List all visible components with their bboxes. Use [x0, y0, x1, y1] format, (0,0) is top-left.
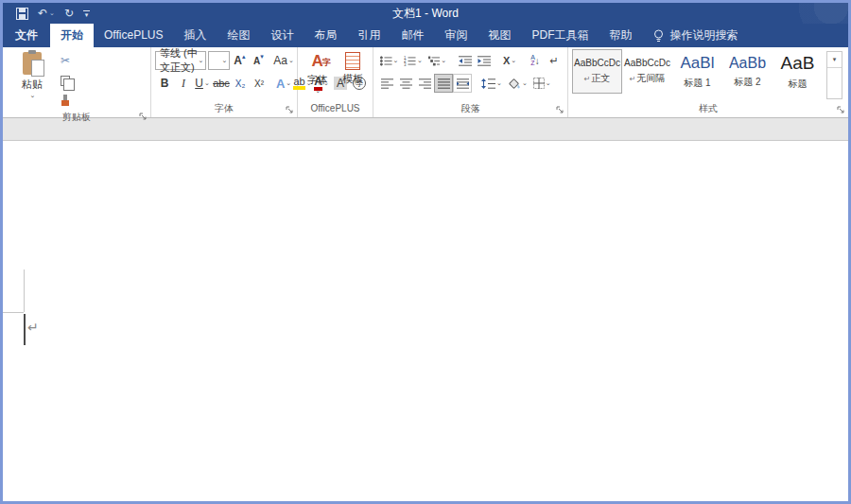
align-center-button[interactable]: [396, 74, 415, 93]
distribute-icon: [457, 78, 469, 89]
dialog-launcher-icon: [837, 106, 845, 114]
tab-review[interactable]: 审阅: [434, 24, 478, 47]
align-right-button[interactable]: [415, 74, 434, 93]
save-button[interactable]: [16, 8, 28, 20]
shading-bucket-icon: [508, 78, 521, 89]
paragraph-dialog-launcher[interactable]: [556, 106, 564, 114]
font-dialog-launcher[interactable]: [286, 106, 294, 114]
line-spacing-icon: [481, 78, 495, 89]
show-hide-marks-button[interactable]: ↵: [545, 51, 564, 70]
clipboard-dialog-launcher[interactable]: [139, 113, 148, 121]
change-case-icon: Aa: [273, 54, 287, 67]
tab-design[interactable]: 设计: [260, 24, 304, 47]
asian-layout-button[interactable]: X ⌄: [500, 51, 519, 70]
tab-pdf-tools[interactable]: PDF工具箱: [521, 24, 599, 47]
document-canvas[interactable]: ↵: [3, 141, 848, 501]
tab-file[interactable]: 文件: [3, 24, 50, 47]
bold-icon: B: [161, 77, 169, 90]
style-no-spacing[interactable]: AaBbCcDc ↵无间隔: [622, 49, 672, 94]
format-painter-button[interactable]: [56, 91, 75, 110]
tab-home[interactable]: 开始: [50, 24, 94, 47]
redo-button[interactable]: ↻: [64, 7, 74, 20]
borders-button[interactable]: ⌄: [530, 74, 554, 93]
distribute-button[interactable]: [453, 74, 472, 93]
style-name: 标题: [789, 78, 808, 91]
tab-view[interactable]: 视图: [478, 24, 521, 47]
shrink-font-button[interactable]: A▾: [249, 51, 268, 70]
align-center-icon: [400, 78, 412, 89]
gallery-down-icon[interactable]: ▾: [827, 52, 842, 67]
style-heading2[interactable]: AaBb 标题 2: [722, 49, 773, 94]
sort-arrow-icon: ↓: [535, 56, 540, 66]
text-cursor: [24, 314, 26, 345]
justify-button[interactable]: [434, 74, 453, 93]
officeplus-template-button[interactable]: 模板: [338, 52, 370, 101]
style-title[interactable]: AaB 标题: [773, 49, 823, 94]
increase-indent-button[interactable]: [475, 51, 494, 70]
customize-qat-button[interactable]: ▾: [83, 10, 90, 17]
superscript-button[interactable]: X²: [250, 74, 269, 93]
sort-button[interactable]: AZ ↓: [526, 51, 545, 70]
officeplus-font-button[interactable]: A字 字体 ⌄: [302, 52, 334, 101]
tab-draw[interactable]: 绘图: [217, 24, 260, 47]
paste-button[interactable]: 粘贴 ⌄: [12, 52, 52, 110]
numbering-button[interactable]: 123 ⌄: [401, 51, 425, 70]
show-hide-marks-icon: ↵: [549, 55, 558, 67]
decrease-indent-button[interactable]: [456, 51, 475, 70]
bold-button[interactable]: B: [155, 74, 174, 93]
style-marker-icon: ↵: [584, 75, 591, 83]
tab-references[interactable]: 引用: [347, 24, 391, 47]
word-window: ↶ ⌄ ↻ ▾ 文档1 - Word 文件 开始 OfficePLUS 插入 绘…: [0, 0, 851, 504]
cut-button[interactable]: ✂: [56, 51, 75, 70]
underline-button[interactable]: U ⌄: [193, 74, 212, 93]
strikethrough-button[interactable]: abc: [212, 74, 231, 93]
tell-me-search[interactable]: 操作说明搜索: [653, 24, 738, 47]
qat-more-chevron-icon: ▾: [85, 13, 89, 17]
font-group-label: 字体: [215, 103, 234, 113]
officeplus-font-label: 字体: [307, 73, 328, 87]
copy-icon: [61, 76, 70, 86]
style-normal[interactable]: AaBbCcDc ↵正文: [572, 49, 622, 94]
text-effects-button[interactable]: A ⌄: [274, 74, 293, 93]
copy-button[interactable]: [56, 71, 75, 90]
title-bar: ↶ ⌄ ↻ ▾ 文档1 - Word: [3, 3, 848, 24]
paragraph-group: ⌄ 123 ⌄ ⌄: [373, 47, 568, 117]
tab-layout[interactable]: 布局: [304, 24, 347, 47]
shading-button[interactable]: ⌄: [505, 74, 530, 93]
text-effects-chevron-icon: ⌄: [286, 79, 291, 87]
multilevel-list-button[interactable]: ⌄: [426, 51, 449, 70]
subscript-button[interactable]: X₂: [231, 74, 250, 93]
borders-chevron-icon: ⌄: [546, 79, 551, 87]
grow-mark-icon: ▴: [242, 53, 246, 61]
officeplus-template-label: 模板: [342, 72, 363, 86]
tab-officeplus[interactable]: OfficePLUS: [94, 24, 173, 47]
styles-dialog-launcher[interactable]: [837, 106, 845, 114]
font-name-combo[interactable]: 等线 (中文正文) ⌄: [155, 51, 206, 70]
tab-mailings[interactable]: 邮件: [391, 24, 434, 47]
change-case-button[interactable]: Aa ⌄: [274, 51, 293, 70]
bullets-button[interactable]: ⌄: [377, 51, 401, 70]
dialog-launcher-icon: [286, 106, 294, 114]
underline-chevron-icon: ⌄: [204, 79, 210, 87]
tab-help[interactable]: 帮助: [599, 24, 642, 47]
style-heading1[interactable]: AaBl 标题 1: [672, 49, 722, 94]
font-size-combo[interactable]: ⌄: [208, 51, 230, 70]
subscript-icon: X₂: [235, 78, 246, 89]
shrink-font-icon: A: [253, 56, 260, 66]
undo-button[interactable]: ↶ ⌄: [38, 7, 55, 20]
multilevel-list-icon: [428, 56, 441, 66]
style-name: 无间隔: [636, 73, 665, 83]
italic-button[interactable]: I: [174, 74, 193, 93]
officeplus-group: A字 字体 ⌄ 模板 OfficePLUS: [298, 47, 373, 117]
align-left-button[interactable]: [377, 74, 396, 93]
line-spacing-chevron-icon: ⌄: [496, 79, 502, 87]
tab-insert[interactable]: 插入: [173, 24, 217, 47]
styles-gallery-scroll[interactable]: ▾: [826, 51, 842, 99]
window-title: 文档1 - Word: [3, 6, 848, 22]
line-spacing-button[interactable]: ⌄: [478, 74, 505, 93]
grow-font-button[interactable]: A▴: [230, 51, 249, 70]
decrease-indent-icon: [459, 56, 472, 66]
font-size-chevron-icon: ⌄: [222, 57, 228, 64]
strikethrough-icon: abc: [213, 78, 230, 89]
styles-group-label: 样式: [699, 103, 718, 113]
